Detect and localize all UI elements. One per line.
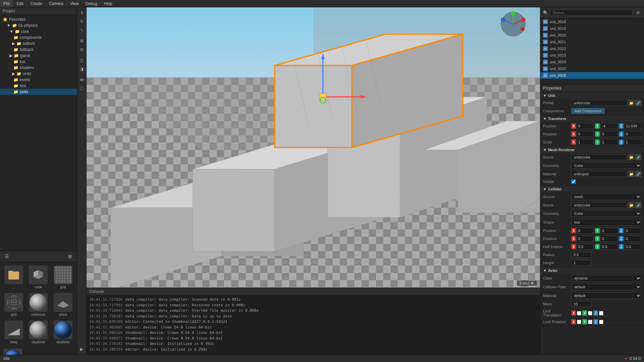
rotate-tool-btn[interactable]: ↻ xyxy=(78,17,86,25)
console-output[interactable]: 19:41:33.717926 data_compiler: data_comp… xyxy=(87,296,540,355)
scale-tool-btn[interactable]: ⤡ xyxy=(78,26,86,34)
tree-item-favorites[interactable]: ⭐ Favorites xyxy=(0,16,77,22)
lock-translation-z-cb[interactable] xyxy=(599,311,603,315)
lock-rotation-z-cb[interactable] xyxy=(599,320,603,324)
actor-class-select[interactable]: dynamic static kinematic xyxy=(571,275,641,282)
asset-item-skydome-blue[interactable]: skydome xyxy=(51,319,75,345)
he-y-input[interactable] xyxy=(600,244,618,250)
lock-rotation-x-cb[interactable] xyxy=(577,320,581,324)
unit-section-header[interactable]: ▼ Unit xyxy=(540,92,644,99)
collider-scene-input[interactable] xyxy=(571,202,627,208)
position-z-input[interactable] xyxy=(624,123,642,129)
col-rot-z-input[interactable] xyxy=(624,236,642,242)
collider-geometry-select[interactable]: Cube xyxy=(571,210,641,217)
scene-item-unit0023[interactable]: U unit_0023 xyxy=(540,52,644,59)
rotation-z-input[interactable] xyxy=(624,131,642,137)
menu-item-file[interactable]: File xyxy=(0,0,13,7)
local-space-btn[interactable]: ◫ xyxy=(78,56,86,64)
mesh-material-input[interactable] xyxy=(571,171,627,177)
lock-rotation-y-cb[interactable] xyxy=(588,320,592,324)
collider-scene-link-btn[interactable]: 🔗 xyxy=(635,202,641,208)
he-z-input[interactable] xyxy=(624,244,642,250)
tree-item-01physics[interactable]: ▼ 📁 01-physics xyxy=(0,22,77,28)
position-x-input[interactable] xyxy=(577,123,594,129)
lock-translation-y-cb[interactable] xyxy=(588,311,592,315)
asset-list-view-btn[interactable]: ☰ xyxy=(3,252,11,260)
menu-item-camera[interactable]: Camera xyxy=(46,0,67,7)
prefab-link-btn[interactable]: 🔗 xyxy=(635,100,641,106)
tree-item-editors[interactable]: ▶ 📁 editors xyxy=(0,41,77,47)
he-x-input[interactable] xyxy=(577,244,594,250)
scale-z-input[interactable] xyxy=(624,139,642,145)
tree-item-units-expand[interactable]: ▶ 📁 units xyxy=(0,71,77,77)
mesh-material-folder-btn[interactable]: 📁 xyxy=(628,171,634,177)
grid-snap-btn[interactable]: ⊞ xyxy=(78,37,86,45)
tree-item-game[interactable]: ▶ 📁 game xyxy=(0,53,77,59)
play-btn[interactable]: ▶ xyxy=(78,345,86,353)
transform-section-header[interactable]: ▼ Transform xyxy=(540,115,644,122)
world-space-btn[interactable]: ◨ xyxy=(78,65,86,73)
scale-x-input[interactable] xyxy=(577,139,594,145)
mesh-scene-input[interactable] xyxy=(571,154,627,160)
position-y-input[interactable] xyxy=(600,123,618,129)
actor-section-header[interactable]: ▼ Actor xyxy=(540,267,644,274)
tree-item-components[interactable]: 📁 components xyxy=(0,35,77,41)
menu-item-debug[interactable]: Debug xyxy=(82,0,101,7)
asset-item-plane[interactable]: plane xyxy=(51,292,75,318)
col-rot-x-input[interactable] xyxy=(577,236,594,242)
scene-item-unit0024[interactable]: U unit_0024 xyxy=(540,59,644,65)
scene-item-unit0021[interactable]: U unit_0021 xyxy=(540,39,644,45)
collider-source-select[interactable]: mesh xyxy=(571,193,641,200)
asset-item-grid2[interactable]: grid xyxy=(2,292,25,318)
col-pos-y-input[interactable] xyxy=(600,228,618,234)
scene-item-unit0020[interactable]: U unit_0020 xyxy=(540,32,644,39)
height-input[interactable] xyxy=(571,260,591,266)
collision-filter-select[interactable]: default xyxy=(571,284,641,290)
mesh-scene-folder-btn[interactable]: 📁 xyxy=(628,154,634,160)
radius-input[interactable] xyxy=(571,252,591,258)
collider-scene-folder-btn[interactable]: 📁 xyxy=(628,202,634,208)
menu-item-help[interactable]: Help xyxy=(101,0,116,7)
file-tree[interactable]: ⭐ Favorites ▼ 📁 01-physics ▼ 📁 core 📁 xyxy=(0,15,77,251)
mesh-renderer-header[interactable]: ▼ Mesh Renderer xyxy=(540,146,644,153)
collider-shape-select[interactable]: box xyxy=(571,219,641,226)
scale-y-input[interactable] xyxy=(600,139,618,145)
grid-settings-btn[interactable]: ⊟ xyxy=(78,46,86,54)
add-component-button[interactable]: Add Component xyxy=(571,108,605,114)
scene-item-unit0019[interactable]: U unit_0019 xyxy=(540,25,644,32)
actor-material-select[interactable]: default xyxy=(571,292,641,299)
scene-item-unit0022[interactable]: U unit_0022 xyxy=(540,45,644,52)
menu-item-create[interactable]: Create xyxy=(27,0,46,7)
tree-item-core[interactable]: ▼ 📁 core xyxy=(0,28,77,35)
viewport[interactable]: Editor ▼ xyxy=(87,7,540,288)
prefab-input[interactable] xyxy=(571,100,627,106)
viewport-gizmo[interactable] xyxy=(500,11,527,38)
asset-item-cube[interactable]: cube xyxy=(27,264,50,290)
asset-item-ramp[interactable]: ramp xyxy=(2,319,25,345)
col-rot-y-input[interactable] xyxy=(600,236,618,242)
camera-speed-btn[interactable]: ⟴ xyxy=(78,76,86,84)
mass-input[interactable] xyxy=(571,301,591,307)
tree-item-levels[interactable]: 📁 levels xyxy=(0,77,77,83)
menu-item-edit[interactable]: Edit xyxy=(13,0,27,7)
tree-item-test[interactable]: 📁 test xyxy=(0,83,77,89)
rotation-x-input[interactable] xyxy=(577,131,594,137)
asset-item-sphere[interactable]: sphere xyxy=(2,347,23,355)
rotation-y-input[interactable] xyxy=(600,131,618,137)
asset-item-notexture[interactable]: notexture xyxy=(27,292,50,318)
wireframe-btn[interactable]: ⬡ xyxy=(78,84,86,93)
scene-item-unit0018[interactable]: U unit_0018 xyxy=(540,18,644,25)
mesh-material-link-btn[interactable]: 🔗 xyxy=(635,171,641,177)
tree-item-units-selected[interactable]: 📁 units xyxy=(0,89,77,95)
asset-grid-view-btn[interactable]: ⊞ xyxy=(66,252,74,260)
collider-section-header[interactable]: ▼ Collider xyxy=(540,186,644,192)
col-pos-x-input[interactable] xyxy=(577,228,594,234)
prefab-folder-btn[interactable]: 📁 xyxy=(628,100,634,106)
scene-settings-icon[interactable]: ⚙ xyxy=(635,9,641,17)
mesh-visible-checkbox[interactable] xyxy=(571,179,576,184)
tree-item-lua[interactable]: 📁 lua xyxy=(0,59,77,65)
menu-item-view[interactable]: View xyxy=(67,0,82,7)
tree-item-shaders[interactable]: 📁 shaders xyxy=(0,65,77,71)
mesh-geometry-select[interactable]: Cube xyxy=(571,162,641,169)
tree-item-fallback[interactable]: 📁 fallback xyxy=(0,47,77,53)
